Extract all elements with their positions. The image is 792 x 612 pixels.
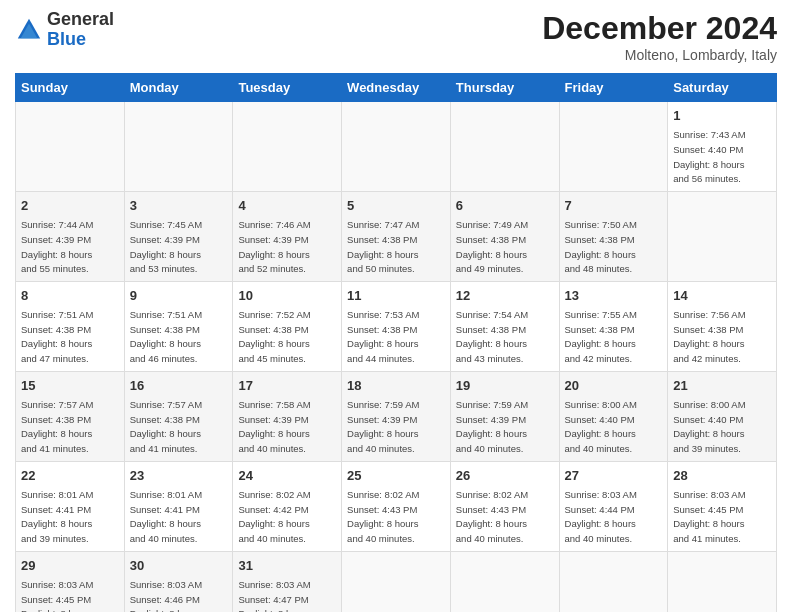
table-row: 3Sunrise: 7:45 AMSunset: 4:39 PMDaylight…	[124, 191, 233, 281]
table-row	[559, 551, 668, 612]
table-row: 8Sunrise: 7:51 AMSunset: 4:38 PMDaylight…	[16, 281, 125, 371]
day-info: Sunrise: 8:02 AMSunset: 4:42 PMDaylight:…	[238, 489, 310, 544]
header-row: Sunday Monday Tuesday Wednesday Thursday…	[16, 74, 777, 102]
table-row: 21Sunrise: 8:00 AMSunset: 4:40 PMDayligh…	[668, 371, 777, 461]
day-number: 8	[21, 287, 119, 305]
day-info: Sunrise: 8:03 AMSunset: 4:45 PMDaylight:…	[21, 579, 93, 612]
day-number: 1	[673, 107, 771, 125]
day-info: Sunrise: 7:49 AMSunset: 4:38 PMDaylight:…	[456, 219, 528, 274]
day-number: 18	[347, 377, 445, 395]
day-info: Sunrise: 7:43 AMSunset: 4:40 PMDaylight:…	[673, 129, 745, 184]
table-row: 2Sunrise: 7:44 AMSunset: 4:39 PMDaylight…	[16, 191, 125, 281]
logo: General Blue	[15, 10, 114, 50]
table-row	[16, 102, 125, 192]
table-row	[342, 551, 451, 612]
logo-text: General Blue	[47, 10, 114, 50]
day-info: Sunrise: 7:55 AMSunset: 4:38 PMDaylight:…	[565, 309, 637, 364]
day-info: Sunrise: 8:03 AMSunset: 4:44 PMDaylight:…	[565, 489, 637, 544]
calendar-week-row: 29Sunrise: 8:03 AMSunset: 4:45 PMDayligh…	[16, 551, 777, 612]
day-info: Sunrise: 7:50 AMSunset: 4:38 PMDaylight:…	[565, 219, 637, 274]
location: Molteno, Lombardy, Italy	[542, 47, 777, 63]
table-row: 31Sunrise: 8:03 AMSunset: 4:47 PMDayligh…	[233, 551, 342, 612]
table-row: 14Sunrise: 7:56 AMSunset: 4:38 PMDayligh…	[668, 281, 777, 371]
day-info: Sunrise: 7:45 AMSunset: 4:39 PMDaylight:…	[130, 219, 202, 274]
day-info: Sunrise: 7:47 AMSunset: 4:38 PMDaylight:…	[347, 219, 419, 274]
table-row: 9Sunrise: 7:51 AMSunset: 4:38 PMDaylight…	[124, 281, 233, 371]
table-row	[668, 551, 777, 612]
table-row	[124, 102, 233, 192]
table-row: 18Sunrise: 7:59 AMSunset: 4:39 PMDayligh…	[342, 371, 451, 461]
table-row: 17Sunrise: 7:58 AMSunset: 4:39 PMDayligh…	[233, 371, 342, 461]
day-number: 25	[347, 467, 445, 485]
table-row: 24Sunrise: 8:02 AMSunset: 4:42 PMDayligh…	[233, 461, 342, 551]
day-number: 30	[130, 557, 228, 575]
day-number: 13	[565, 287, 663, 305]
day-number: 17	[238, 377, 336, 395]
calendar-table: Sunday Monday Tuesday Wednesday Thursday…	[15, 73, 777, 612]
table-row: 10Sunrise: 7:52 AMSunset: 4:38 PMDayligh…	[233, 281, 342, 371]
day-number: 10	[238, 287, 336, 305]
day-number: 2	[21, 197, 119, 215]
table-row: 27Sunrise: 8:03 AMSunset: 4:44 PMDayligh…	[559, 461, 668, 551]
day-info: Sunrise: 7:54 AMSunset: 4:38 PMDaylight:…	[456, 309, 528, 364]
table-row: 12Sunrise: 7:54 AMSunset: 4:38 PMDayligh…	[450, 281, 559, 371]
day-info: Sunrise: 7:46 AMSunset: 4:39 PMDaylight:…	[238, 219, 310, 274]
table-row: 13Sunrise: 7:55 AMSunset: 4:38 PMDayligh…	[559, 281, 668, 371]
day-info: Sunrise: 8:00 AMSunset: 4:40 PMDaylight:…	[673, 399, 745, 454]
col-saturday: Saturday	[668, 74, 777, 102]
title-block: December 2024 Molteno, Lombardy, Italy	[542, 10, 777, 63]
logo-blue: Blue	[47, 29, 86, 49]
table-row	[668, 191, 777, 281]
table-row	[559, 102, 668, 192]
day-info: Sunrise: 8:03 AMSunset: 4:47 PMDaylight:…	[238, 579, 310, 612]
day-info: Sunrise: 8:03 AMSunset: 4:46 PMDaylight:…	[130, 579, 202, 612]
col-tuesday: Tuesday	[233, 74, 342, 102]
day-info: Sunrise: 7:57 AMSunset: 4:38 PMDaylight:…	[130, 399, 202, 454]
calendar-week-row: 15Sunrise: 7:57 AMSunset: 4:38 PMDayligh…	[16, 371, 777, 461]
day-number: 15	[21, 377, 119, 395]
day-info: Sunrise: 8:00 AMSunset: 4:40 PMDaylight:…	[565, 399, 637, 454]
table-row: 26Sunrise: 8:02 AMSunset: 4:43 PMDayligh…	[450, 461, 559, 551]
logo-icon	[15, 16, 43, 44]
table-row: 28Sunrise: 8:03 AMSunset: 4:45 PMDayligh…	[668, 461, 777, 551]
col-sunday: Sunday	[16, 74, 125, 102]
day-info: Sunrise: 8:02 AMSunset: 4:43 PMDaylight:…	[456, 489, 528, 544]
page-header: General Blue December 2024 Molteno, Lomb…	[15, 10, 777, 63]
col-thursday: Thursday	[450, 74, 559, 102]
day-info: Sunrise: 7:53 AMSunset: 4:38 PMDaylight:…	[347, 309, 419, 364]
calendar-week-row: 1Sunrise: 7:43 AMSunset: 4:40 PMDaylight…	[16, 102, 777, 192]
day-number: 23	[130, 467, 228, 485]
day-number: 22	[21, 467, 119, 485]
day-info: Sunrise: 8:01 AMSunset: 4:41 PMDaylight:…	[130, 489, 202, 544]
table-row	[450, 102, 559, 192]
table-row	[450, 551, 559, 612]
day-number: 4	[238, 197, 336, 215]
month-title: December 2024	[542, 10, 777, 47]
day-number: 28	[673, 467, 771, 485]
day-number: 31	[238, 557, 336, 575]
table-row	[342, 102, 451, 192]
calendar-week-row: 22Sunrise: 8:01 AMSunset: 4:41 PMDayligh…	[16, 461, 777, 551]
table-row: 16Sunrise: 7:57 AMSunset: 4:38 PMDayligh…	[124, 371, 233, 461]
day-info: Sunrise: 7:44 AMSunset: 4:39 PMDaylight:…	[21, 219, 93, 274]
col-monday: Monday	[124, 74, 233, 102]
col-wednesday: Wednesday	[342, 74, 451, 102]
day-info: Sunrise: 8:03 AMSunset: 4:45 PMDaylight:…	[673, 489, 745, 544]
day-number: 3	[130, 197, 228, 215]
day-number: 24	[238, 467, 336, 485]
table-row: 11Sunrise: 7:53 AMSunset: 4:38 PMDayligh…	[342, 281, 451, 371]
table-row: 22Sunrise: 8:01 AMSunset: 4:41 PMDayligh…	[16, 461, 125, 551]
day-info: Sunrise: 8:02 AMSunset: 4:43 PMDaylight:…	[347, 489, 419, 544]
day-number: 16	[130, 377, 228, 395]
day-number: 7	[565, 197, 663, 215]
table-row: 7Sunrise: 7:50 AMSunset: 4:38 PMDaylight…	[559, 191, 668, 281]
logo-general: General	[47, 9, 114, 29]
day-number: 12	[456, 287, 554, 305]
col-friday: Friday	[559, 74, 668, 102]
table-row	[233, 102, 342, 192]
table-row: 23Sunrise: 8:01 AMSunset: 4:41 PMDayligh…	[124, 461, 233, 551]
day-number: 29	[21, 557, 119, 575]
calendar-week-row: 2Sunrise: 7:44 AMSunset: 4:39 PMDaylight…	[16, 191, 777, 281]
day-info: Sunrise: 7:59 AMSunset: 4:39 PMDaylight:…	[347, 399, 419, 454]
table-row: 6Sunrise: 7:49 AMSunset: 4:38 PMDaylight…	[450, 191, 559, 281]
